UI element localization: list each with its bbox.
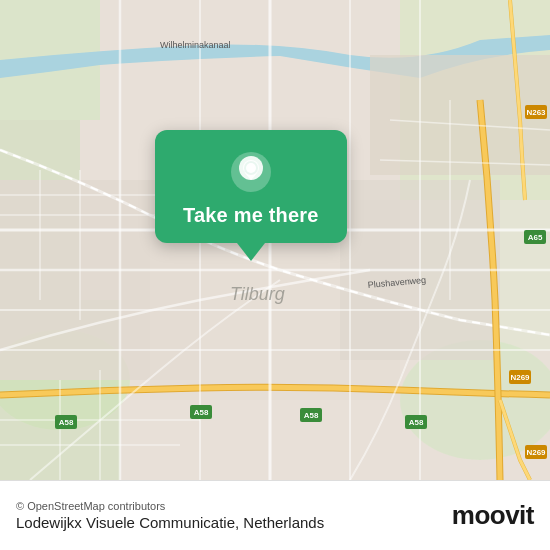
svg-text:N269: N269 bbox=[526, 448, 546, 457]
take-me-there-card[interactable]: Take me there bbox=[155, 130, 347, 243]
svg-text:N263: N263 bbox=[526, 108, 546, 117]
svg-point-54 bbox=[246, 163, 256, 173]
svg-text:A65: A65 bbox=[528, 233, 543, 242]
bottom-left-info: © OpenStreetMap contributors Lodewijkx V… bbox=[16, 500, 324, 531]
osm-attribution: © OpenStreetMap contributors bbox=[16, 500, 324, 512]
svg-text:A58: A58 bbox=[59, 418, 74, 427]
svg-text:A58: A58 bbox=[194, 408, 209, 417]
location-pin-icon bbox=[229, 150, 273, 194]
svg-text:Wilhelminakanaal: Wilhelminakanaal bbox=[160, 40, 231, 50]
tooltip-container: Take me there bbox=[155, 130, 347, 261]
svg-text:N269: N269 bbox=[510, 373, 530, 382]
take-me-there-button[interactable]: Take me there bbox=[183, 204, 319, 227]
svg-text:A58: A58 bbox=[304, 411, 319, 420]
svg-text:Tilburg: Tilburg bbox=[230, 284, 285, 304]
location-label: Lodewijkx Visuele Communicatie, Netherla… bbox=[16, 514, 324, 531]
svg-text:A58: A58 bbox=[409, 418, 424, 427]
map-container: Plushavenweg Wilhelminakanaal Tilburg A5… bbox=[0, 0, 550, 480]
moovit-logo: moovit bbox=[452, 500, 534, 531]
moovit-brand-text: moovit bbox=[452, 500, 534, 531]
bottom-bar: © OpenStreetMap contributors Lodewijkx V… bbox=[0, 480, 550, 550]
